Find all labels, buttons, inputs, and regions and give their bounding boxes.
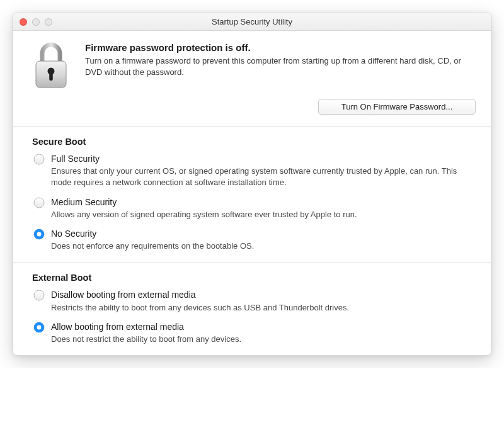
option-description: Does not enforce any requirements on the… [51,240,472,252]
window-title: Startup Security Utility [13,17,491,26]
option-label: Medium Security [51,196,472,208]
radio-icon[interactable] [33,154,45,165]
external-boot-option-allow[interactable]: Allow booting from external media Does n… [32,321,472,345]
radio-icon[interactable] [33,229,45,240]
svg-point-4 [34,198,44,208]
header-text: Firmware password protection is off. Tur… [85,42,476,90]
external-boot-section: External Boot Disallow booting from exte… [13,263,491,355]
radio-icon[interactable] [33,290,45,301]
option-label: Full Security [51,153,472,164]
titlebar: Startup Security Utility [13,13,491,31]
option-label: Disallow booting from external media [51,289,472,300]
secure-boot-title: Secure Boot [32,137,472,147]
radio-icon[interactable] [33,322,45,333]
turn-on-firmware-password-button[interactable]: Turn On Firmware Password... [318,99,476,115]
window: Startup Security Utility [13,13,491,356]
option-description: Restricts the ability to boot from any d… [51,302,472,314]
close-icon[interactable] [20,18,27,26]
external-boot-title: External Boot [32,273,472,283]
secure-boot-option-medium-security[interactable]: Medium Security Allows any version of si… [32,196,472,220]
header-description: Turn on a firmware password to prevent t… [85,55,476,78]
header: Firmware password protection is off. Tur… [13,31,491,96]
svg-rect-2 [49,72,53,81]
secure-boot-option-full-security[interactable]: Full Security Ensures that only your cur… [32,153,472,189]
header-button-row: Turn On Firmware Password... [13,96,491,126]
svg-point-7 [34,290,44,300]
minimize-icon [32,18,40,26]
traffic-lights [13,18,52,26]
secure-boot-section: Secure Boot Full Security Ensures that o… [13,127,491,262]
zoom-icon [45,18,52,26]
radio-icon[interactable] [33,197,45,208]
external-boot-option-disallow[interactable]: Disallow booting from external media Res… [32,289,472,313]
option-label: No Security [51,228,472,239]
option-description: Allows any version of signed operating s… [51,209,472,220]
option-label: Allow booting from external media [51,321,472,332]
header-title: Firmware password protection is off. [85,42,476,53]
option-description: Does not restrict the ability to boot fr… [51,334,472,345]
svg-point-9 [37,325,42,329]
lock-icon [28,42,74,90]
svg-point-6 [37,232,42,237]
svg-point-3 [34,154,44,164]
secure-boot-option-no-security[interactable]: No Security Does not enforce any require… [32,228,472,252]
option-description: Ensures that only your current OS, or si… [51,166,472,188]
